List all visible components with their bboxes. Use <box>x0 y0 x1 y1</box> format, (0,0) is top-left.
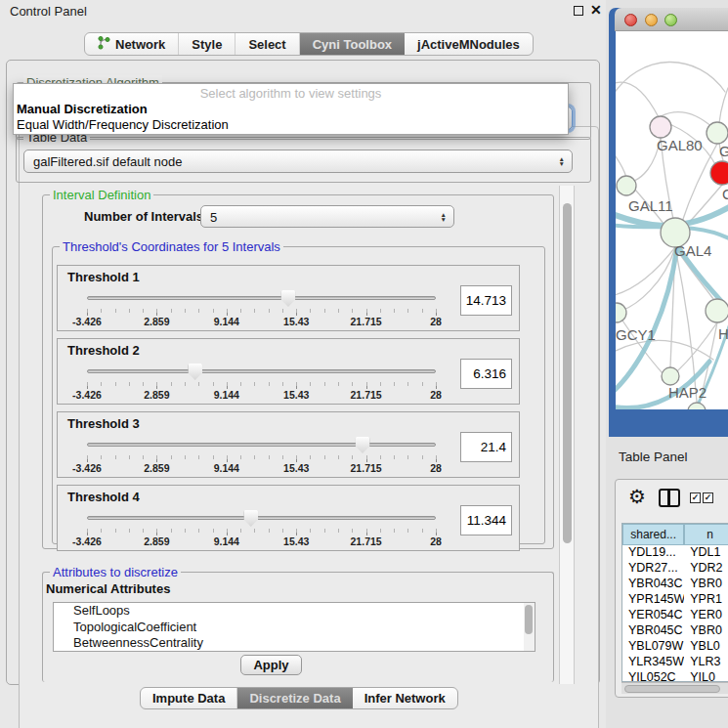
slider-track[interactable] <box>87 443 436 447</box>
attributes-list-scrollbar[interactable] <box>524 603 535 651</box>
slider-minor-ticks <box>87 529 438 533</box>
tab-cyni-toolbox[interactable]: Cyni Toolbox <box>300 33 405 55</box>
network-canvas[interactable]: GAL80 G GAL11 C GAL4 GCY1 H HAP2 <box>616 31 728 409</box>
zoom-button[interactable] <box>664 14 677 26</box>
network-graph: GAL80 G GAL11 C GAL4 GCY1 H HAP2 <box>616 31 728 409</box>
table-row[interactable]: YBL079WYBL0 <box>622 639 728 655</box>
panel-title: Control Panel <box>10 4 87 19</box>
table-horizontal-scrollbar[interactable] <box>621 682 728 694</box>
table-panel: ⚙ ✓ ✓ shared... n YDL19...YDL1 YDR27...Y… <box>615 479 728 698</box>
threshold-2-value-input[interactable]: 6.316 <box>460 359 512 389</box>
slider-thumb[interactable] <box>280 290 295 307</box>
scrollbar-thumb[interactable] <box>624 685 720 693</box>
slider-thumb[interactable] <box>243 510 258 527</box>
slider-track[interactable] <box>87 516 436 520</box>
right-column: GAL80 G GAL11 C GAL4 GCY1 H HAP2 Table P… <box>606 0 728 728</box>
node-selected-red[interactable] <box>710 161 728 185</box>
table-row[interactable]: YIL052CYIL0 <box>622 670 728 682</box>
threshold-3-slider[interactable] <box>87 438 436 453</box>
list-item[interactable]: TopologicalCoefficient <box>54 620 535 636</box>
threshold-1-value-input[interactable]: 14.713 <box>460 285 512 316</box>
list-item[interactable]: BetweennessCentrality <box>54 635 535 652</box>
node-partial-top-right[interactable] <box>707 122 728 144</box>
scrollbar-thumb[interactable] <box>563 203 572 543</box>
tab-jactivemnodules[interactable]: jActiveMNodules <box>405 33 533 55</box>
attributes-group-title: Attributes to discretize <box>50 565 181 579</box>
table-row[interactable]: YDL19...YDL1 <box>622 545 728 561</box>
network-window[interactable]: GAL80 G GAL11 C GAL4 GCY1 H HAP2 <box>609 8 728 437</box>
table-row[interactable]: YDR27...YDR2 <box>622 561 728 577</box>
stepper-icon[interactable]: ▲▼ <box>441 212 447 222</box>
table-row[interactable]: YLR345WYLR3 <box>622 655 728 670</box>
table-row[interactable]: YPR145WYPR1 <box>622 592 728 608</box>
slider-track[interactable] <box>87 369 436 373</box>
slider-minor-ticks <box>87 455 438 459</box>
network-icon <box>98 35 110 53</box>
control-panel-titlebar: Control Panel ✕ <box>0 0 606 21</box>
slider-tick-labels: -3.4262.8599.14415.4321.71528 <box>87 316 436 328</box>
node-hap2[interactable] <box>662 367 679 385</box>
scrollbar-thumb[interactable] <box>525 605 533 634</box>
number-of-intervals-label: Number of Intervals <box>84 209 203 224</box>
slider-minor-ticks <box>87 382 438 386</box>
slider-thumb[interactable] <box>356 437 370 453</box>
network-window-titlebar[interactable] <box>615 8 728 31</box>
control-panel: Control Panel ✕ Network Style Select Cyn… <box>0 0 606 728</box>
column-header-name[interactable]: n <box>684 524 728 545</box>
threshold-2-slider[interactable] <box>87 364 436 380</box>
tab-select[interactable]: Select <box>236 33 299 55</box>
checkbox-icon[interactable]: ✓ <box>690 492 701 503</box>
tab-network[interactable]: Network <box>85 33 179 55</box>
threshold-4-slider[interactable] <box>87 511 436 527</box>
node-bottom-partial[interactable] <box>688 403 706 409</box>
table-row[interactable]: YBR045CYBR0 <box>622 623 728 639</box>
label-hap2: HAP2 <box>668 384 707 401</box>
node-gcy1[interactable] <box>616 303 626 322</box>
number-of-intervals-combobox[interactable]: 5 ▲▼ <box>200 205 454 228</box>
slider-tick-labels: -3.4262.8599.14415.4321.71528 <box>87 535 436 548</box>
tab-infer-network[interactable]: Infer Network <box>353 688 457 708</box>
dropdown-option-equal-width[interactable]: Equal Width/Frequency Discretization <box>17 117 229 132</box>
settings-vertical-scrollbar[interactable] <box>559 186 575 684</box>
slider-thumb[interactable] <box>188 364 202 380</box>
column-header-shared-name[interactable]: shared... <box>622 524 684 545</box>
top-tabbar: Network Style Select Cyni Toolbox jActiv… <box>84 32 534 56</box>
threshold-1-slider[interactable] <box>87 291 436 307</box>
label-gcy1: GCY1 <box>616 326 656 343</box>
gear-icon[interactable]: ⚙ <box>628 485 646 508</box>
table-data-value: galFiltered.sif default node <box>33 154 182 169</box>
label-gal4: GAL4 <box>674 242 711 259</box>
threshold-4-value-input[interactable]: 11.344 <box>460 505 512 535</box>
columns-icon[interactable] <box>659 489 680 507</box>
slider-tick-labels: -3.4262.8599.14415.4321.71528 <box>87 462 436 475</box>
tab-style[interactable]: Style <box>179 33 236 55</box>
apply-button[interactable]: Apply <box>240 655 302 675</box>
close-icon[interactable]: ✕ <box>590 2 602 18</box>
algorithm-dropdown-popup: Select algorithm to view settings Manual… <box>13 83 569 135</box>
table-row[interactable]: YBR043CYBR0 <box>622 577 728 592</box>
slider-track[interactable] <box>87 296 436 300</box>
tab-impute-data[interactable]: Impute Data <box>141 688 237 708</box>
bottom-tabbar: Impute Data Discretize Data Infer Networ… <box>140 687 458 709</box>
dropdown-hint-item: Select algorithm to view settings <box>14 86 568 101</box>
numerical-attributes-list[interactable]: SelfLoops TopologicalCoefficient Between… <box>53 602 535 652</box>
dropdown-option-manual[interactable]: Manual Discretization <box>17 102 148 116</box>
close-button[interactable] <box>624 14 637 26</box>
checkbox-icon[interactable]: ✓ <box>703 492 713 503</box>
list-item[interactable]: SelfLoops <box>54 603 535 620</box>
node-gal11[interactable] <box>617 176 636 195</box>
minimize-button[interactable] <box>645 14 658 26</box>
tab-discretize-data[interactable]: Discretize Data <box>237 688 352 708</box>
float-window-icon[interactable] <box>574 6 583 16</box>
number-of-intervals-value: 5 <box>210 209 217 224</box>
table-panel-title: Table Panel <box>619 450 688 464</box>
node-attribute-table[interactable]: shared... n YDL19...YDL1 YDR27...YDR2 YB… <box>621 523 728 682</box>
table-row[interactable]: YER054CYER0 <box>622 608 728 623</box>
threshold-3-value-input[interactable]: 21.4 <box>460 432 512 462</box>
node-h[interactable] <box>706 299 728 322</box>
stepper-icon[interactable]: ▲▼ <box>559 156 565 166</box>
table-data-combobox[interactable]: galFiltered.sif default node ▲▼ <box>23 150 573 173</box>
interval-definition-title: Interval Definition <box>50 188 153 202</box>
node-gal80[interactable] <box>650 116 671 138</box>
slider-minor-ticks <box>87 309 438 313</box>
